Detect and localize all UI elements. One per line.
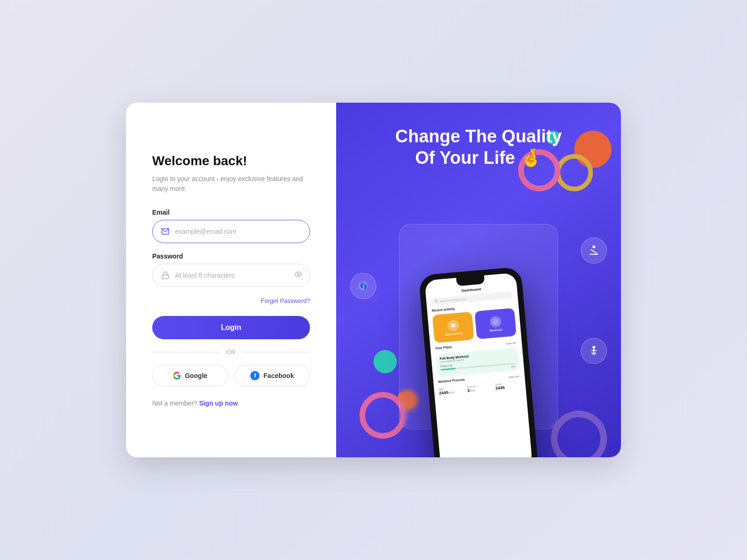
phone-daily-card: Daily Activity — [432, 312, 474, 343]
phone-view-all: View All › — [506, 341, 517, 345]
social-buttons: Google f Facebook — [152, 365, 310, 386]
phone-plans-title: Your Plans — [435, 345, 452, 350]
google-button[interactable]: Google — [152, 365, 228, 386]
phone-walk-item: Walk 2445/6000 — [438, 386, 465, 396]
login-panel: Welcome back! Login to your account - en… — [126, 103, 336, 457]
phone-plan-card: Full Body Workout Lose weight & Keep Fit… — [436, 348, 520, 378]
password-input-wrapper — [152, 264, 310, 287]
blob-teal-bottom — [374, 350, 397, 373]
google-label: Google — [185, 372, 207, 379]
not-member-text: Not a member? Sign up now — [152, 399, 310, 407]
or-line-left — [152, 352, 221, 352]
welcome-subtitle: Login to your account - enjoy exclusive … — [152, 174, 310, 194]
welcome-title: Welcome back! — [152, 154, 310, 168]
phone-daily-icon — [447, 319, 459, 331]
phone-activity-row: Daily Activity Workouts — [432, 308, 517, 343]
phone-mockup: Dashboard Search activities here Recent … — [418, 266, 539, 457]
email-input-wrapper — [152, 220, 310, 243]
svg-line-14 — [437, 302, 438, 303]
sign-up-link[interactable]: Sign up now — [199, 399, 238, 407]
main-card: Welcome back! Login to your account - en… — [126, 103, 621, 457]
phone-workout-view-all: View All › — [508, 375, 520, 378]
google-icon — [173, 371, 181, 380]
svg-point-13 — [435, 300, 437, 302]
phone-workouts-label: Workouts — [490, 328, 503, 332]
or-text: OR — [226, 349, 236, 356]
login-button[interactable]: Login — [152, 316, 310, 339]
facebook-button[interactable]: f Facebook — [234, 365, 310, 386]
phone-workouts-icon — [489, 315, 501, 328]
email-label: Email — [152, 209, 310, 216]
password-label: Password — [152, 252, 310, 260]
phone-screen: Dashboard Search activities here Recent … — [424, 273, 533, 457]
lock-icon — [160, 270, 170, 280]
phone-exercise-item: Exercise 3/6000 — [467, 384, 493, 393]
forget-password-link[interactable]: Forget Password? — [261, 297, 310, 304]
svg-point-5 — [592, 245, 595, 248]
phone-workout-section: Workout Process View All › Walk 2445/600… — [438, 373, 521, 395]
float-icon-ski — [581, 238, 607, 264]
blob-pink-ring-bottom2 — [551, 411, 607, 457]
phone-outer: Dashboard Search activities here Recent … — [418, 266, 539, 457]
or-divider: OR — [152, 349, 310, 356]
svg-line-6 — [591, 250, 597, 253]
password-input[interactable] — [175, 272, 295, 279]
toggle-password-icon[interactable] — [295, 271, 302, 280]
facebook-icon: f — [250, 371, 260, 380]
facebook-label: Facebook — [263, 372, 294, 379]
phone-workout-title: Workout Process — [438, 378, 465, 384]
phone-daily-label: Daily Activity — [445, 331, 463, 336]
promo-panel: 👣 Change The Quality Of Your Life 🤞 — [336, 103, 621, 457]
phone-workouts-card: Workouts — [474, 308, 516, 339]
float-icon-person — [581, 338, 607, 364]
email-input[interactable] — [175, 228, 302, 235]
or-line-right — [241, 352, 310, 352]
email-icon — [160, 226, 170, 237]
svg-text:👣: 👣 — [359, 282, 368, 290]
promo-headline: Change The Quality Of Your Life 🤞 — [395, 126, 562, 168]
svg-rect-1 — [162, 275, 169, 279]
svg-point-2 — [297, 273, 299, 275]
forget-password-wrapper: Forget Password? — [152, 296, 310, 305]
phone-health-item: Health 2445 — [495, 381, 521, 391]
float-icon-footsteps: 👣 — [350, 273, 376, 299]
